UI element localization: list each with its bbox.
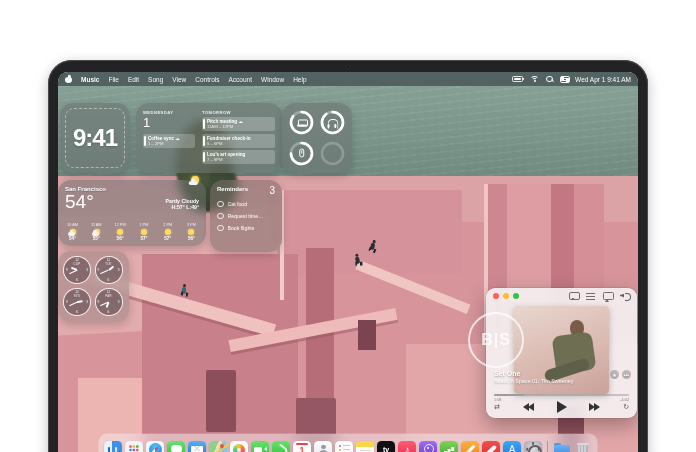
control-center-icon[interactable] (560, 76, 568, 83)
calendar-date: 1 (143, 116, 195, 130)
world-clock-widget[interactable]: 12369 CUP 12369 TOK 12369 SYD 12369 PAR (58, 251, 129, 322)
partly-cloudy-icon (68, 229, 77, 236)
sun-icon (163, 229, 172, 236)
previous-button[interactable] (523, 403, 534, 411)
more-button[interactable]: ••• (622, 370, 631, 379)
calendar-event[interactable]: Pitch meeting ☁ 11AM – 12PM (202, 117, 275, 131)
next-button[interactable] (589, 403, 600, 411)
dock-icon-messages[interactable] (167, 441, 185, 452)
partly-cloudy-icon (189, 175, 201, 184)
calendar-event[interactable]: Fundraiser check-in 5 – 6PM (202, 134, 275, 148)
dock-icon-rocket[interactable] (482, 441, 500, 452)
weather-hourly-row: 10 AM54° 11 AM55° 12 PM56° 1 PM57° 2 PM5… (65, 223, 199, 241)
dock-icon-facetime[interactable] (251, 441, 269, 452)
apple-menu-icon[interactable] (65, 75, 72, 83)
dock-icon-contacts[interactable] (314, 441, 332, 452)
calendar-widget[interactable]: WEDNESDAY 1 Coffee sync ☁ 1 – 2PM TOMORR… (136, 103, 282, 173)
dock-icon-tv[interactable]: tv (377, 441, 395, 452)
battery-ring-laptop (289, 110, 314, 135)
batteries-widget[interactable] (282, 103, 352, 173)
battery-icon[interactable] (512, 76, 523, 82)
volume-icon[interactable] (620, 292, 630, 301)
dock-icon-finder[interactable] (104, 441, 122, 452)
calendar-event[interactable]: Lou's art opening 7 – 8PM (202, 150, 275, 164)
analog-clock-tokyo: 12369 TOK (96, 257, 122, 283)
reminders-widget[interactable]: Reminders 3 Cat food Request time… Book … (210, 180, 282, 252)
sun-icon (139, 229, 148, 236)
track-title: Set One (494, 370, 629, 377)
battery-ring-headphones (320, 110, 345, 135)
calendar-tomorrow-label: TOMORROW (202, 110, 275, 115)
dock-icon-music[interactable]: ♪ (398, 441, 416, 452)
dock-icon-photos[interactable] (230, 441, 248, 452)
weather-high-low: H:57° L:49° (166, 204, 199, 210)
reminder-item[interactable]: Request time… (217, 213, 275, 220)
dock-icon-phone[interactable] (272, 441, 290, 452)
screen: Music File Edit Song View Controls Accou… (58, 72, 638, 452)
menu-song[interactable]: Song (148, 76, 163, 83)
camera-dot (346, 65, 350, 69)
sun-icon (187, 229, 196, 236)
analog-clock-cupertino: 12369 CUP (64, 257, 90, 283)
dock-icon-reminders[interactable] (335, 441, 353, 452)
battery-ring-mouse (289, 141, 314, 166)
dock-icon-pages[interactable] (461, 441, 479, 452)
weather-widget[interactable]: San Francisco 54° Partly Cloudy H:57° L:… (58, 180, 206, 246)
search-icon[interactable] (546, 76, 553, 83)
window-titlebar[interactable] (486, 288, 637, 304)
laptop-icon (297, 119, 307, 126)
calendar-day-label: WEDNESDAY (143, 110, 195, 115)
dock-icon-numbers[interactable] (440, 441, 458, 452)
dock-icon-podcasts[interactable] (419, 441, 437, 452)
reminder-item[interactable]: Cat food (217, 201, 275, 208)
menu-bar: Music File Edit Song View Controls Accou… (58, 72, 638, 86)
reminder-item[interactable]: Book flights (217, 225, 275, 232)
queue-icon[interactable] (586, 292, 596, 301)
dock-icon-mail[interactable] (188, 441, 206, 452)
menu-edit[interactable]: Edit (128, 76, 139, 83)
analog-clock-paris: 12369 PAR (96, 289, 122, 315)
close-button[interactable] (493, 293, 499, 299)
lyrics-icon[interactable] (569, 292, 579, 301)
menu-view[interactable]: View (172, 76, 186, 83)
dock: 1 tv ♪ A (99, 434, 597, 452)
play-button[interactable] (557, 401, 567, 413)
track-subtitle: Beats In Space 01: Tim Sweeney (494, 378, 629, 384)
repeat-button[interactable]: ↻ (623, 403, 629, 411)
minimize-button[interactable] (503, 293, 509, 299)
dock-icon-launchpad[interactable] (125, 441, 143, 452)
headphones-icon (328, 119, 337, 127)
star-button[interactable]: ★ (610, 370, 619, 379)
clock-widget[interactable]: 9:41 (60, 103, 130, 173)
wifi-icon[interactable] (530, 76, 539, 83)
dock-icon-trash[interactable] (574, 441, 592, 452)
menu-music[interactable]: Music (81, 76, 99, 83)
mouse-icon (299, 149, 305, 158)
checkbox-circle[interactable] (217, 201, 224, 208)
reminders-title: Reminders (217, 186, 248, 192)
dock-icon-maps[interactable] (209, 441, 227, 452)
menu-window[interactable]: Window (261, 76, 284, 83)
calendar-event[interactable]: Coffee sync ☁ 1 – 2PM (143, 134, 195, 148)
menubar-clock[interactable]: Wed Apr 1 9:41 AM (575, 76, 631, 83)
checkbox-circle[interactable] (217, 225, 224, 232)
shuffle-button[interactable]: ⇄ (494, 403, 500, 411)
zoom-button[interactable] (513, 293, 519, 299)
dock-icon-calendar[interactable]: 1 (293, 441, 311, 452)
menu-account[interactable]: Account (229, 76, 253, 83)
menu-help[interactable]: Help (293, 76, 306, 83)
dock-icon-settings[interactable] (524, 441, 542, 452)
laptop-device: Music File Edit Song View Controls Accou… (48, 60, 648, 452)
dock-icon-app-store[interactable]: A (503, 441, 521, 452)
checkbox-circle[interactable] (217, 213, 224, 220)
music-player-window: B|S Set One Beats In Space 01: Tim Sween… (486, 288, 637, 418)
dock-icon-downloads-folder[interactable] (553, 441, 571, 452)
menu-controls[interactable]: Controls (195, 76, 219, 83)
analog-clock-sydney: 12369 SYD (64, 289, 90, 315)
dock-icon-safari[interactable] (146, 441, 164, 452)
menu-file[interactable]: File (108, 76, 118, 83)
reminders-count: 3 (269, 186, 275, 195)
airplay-icon[interactable] (603, 292, 613, 301)
dock-icon-notes[interactable] (356, 441, 374, 452)
progress-bar[interactable] (494, 394, 629, 396)
